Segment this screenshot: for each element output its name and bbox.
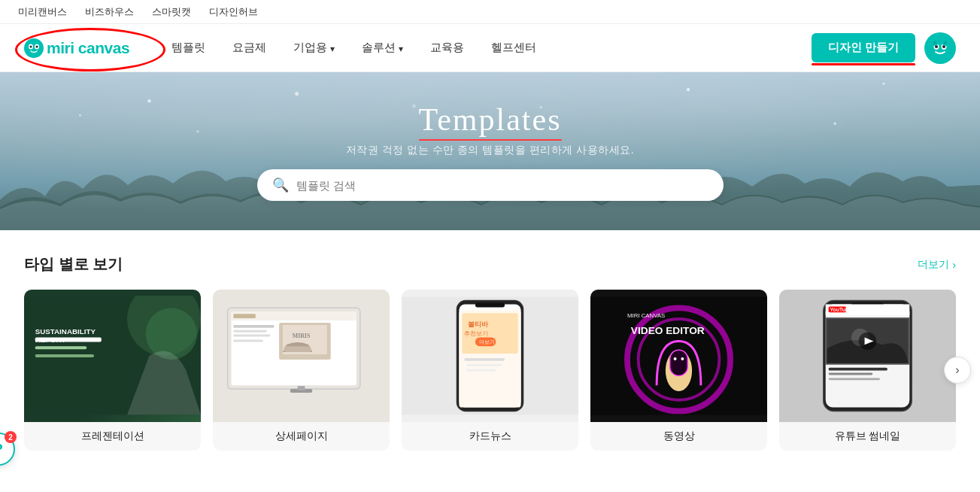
nav-education[interactable]: 교육용 (418, 35, 476, 61)
topbar-item-miricanas[interactable]: 미리캔버스 (18, 5, 67, 19)
section-title: 타입 별로 보기 (24, 254, 123, 275)
topbar-item-smartcat[interactable]: 스마릿캣 (152, 5, 191, 19)
carousel-next-button[interactable]: › (944, 357, 971, 384)
create-design-button[interactable]: 디자인 만들기 (812, 33, 915, 62)
svg-text:VIDEO EDITOR: VIDEO EDITOR (631, 325, 705, 336)
card-youtube-label: 유튜브 썸네일 (779, 422, 956, 451)
svg-rect-33 (233, 330, 266, 333)
svg-point-14 (933, 41, 936, 44)
section-header: 타입 별로 보기 더보기 › (24, 254, 956, 275)
svg-rect-71 (829, 368, 887, 371)
nav-solution[interactable]: 솔루션 ▾ (350, 35, 415, 61)
svg-point-15 (944, 41, 947, 44)
chevron-down-icon: ▾ (330, 44, 335, 54)
svg-text:볼티바: 볼티바 (468, 320, 489, 328)
more-button[interactable]: 더보기 › (918, 258, 956, 272)
hero-search-bar[interactable]: 🔍 (257, 169, 724, 201)
svg-point-56 (674, 357, 677, 360)
logo-wrap[interactable]: miri canvas (24, 38, 129, 58)
svg-text:YouTube: YouTube (830, 307, 851, 312)
cards-row: SUSTAINABILITY REPORT 프레젠테이션 (24, 290, 956, 451)
svg-rect-35 (233, 340, 262, 342)
svg-text:MIRIS: MIRIS (293, 333, 311, 340)
svg-rect-72 (829, 373, 873, 375)
chevron-right-icon: › (955, 363, 959, 377)
svg-rect-21 (35, 354, 94, 357)
svg-point-3 (30, 45, 32, 47)
chevron-down-icon: ▾ (399, 44, 403, 54)
logo-text-label: miri canvas (47, 39, 129, 57)
svg-text:REPORT: REPORT (35, 336, 66, 345)
nav-links: 템플릿 요금제 기업용 ▾ 솔루션 ▾ 교육용 헬프센터 (159, 35, 812, 61)
top-bar: 미리캔버스 비즈하우스 스마릿캣 디자인허브 (0, 0, 980, 24)
svg-rect-55 (670, 350, 688, 375)
card-presentation-image: SUSTAINABILITY REPORT (24, 290, 201, 422)
card-cardnews-label: 카드뉴스 (402, 422, 578, 451)
card-detail-image: MIRIS (213, 290, 390, 422)
svg-point-4 (36, 45, 38, 47)
hero-subtitle: 저작권 걱정 없는 수만 종의 템플릿을 편리하게 사용하세요. (346, 144, 634, 157)
svg-rect-73 (829, 378, 881, 381)
nav-pricing[interactable]: 요금제 (220, 35, 278, 61)
card-cardnews[interactable]: 볼티바 추천보기 더보기 카드뉴스 (402, 290, 578, 451)
card-presentation[interactable]: SUSTAINABILITY REPORT 프레젠테이션 (24, 290, 201, 451)
cta-underline-annotation (812, 63, 915, 65)
card-youtube-image: YouTube (779, 290, 956, 422)
hero-title: Templates (419, 102, 562, 138)
card-video[interactable]: MIRI CANVAS VIDEO EDITOR 동영상 (590, 290, 767, 451)
card-youtube[interactable]: YouTube 유튜브 썸네일 (779, 290, 956, 451)
nav-actions: 디자인 만들기 (812, 32, 956, 64)
svg-rect-41 (475, 303, 505, 308)
logo-frog-icon (24, 38, 44, 58)
topbar-item-bizhaus[interactable]: 비즈하우스 (85, 5, 134, 19)
card-cardnews-image: 볼티바 추천보기 더보기 (402, 290, 578, 422)
logo[interactable]: miri canvas (24, 38, 129, 58)
svg-point-18 (146, 308, 198, 360)
svg-point-5 (928, 36, 952, 60)
svg-rect-50 (466, 369, 496, 372)
svg-rect-34 (233, 335, 270, 337)
svg-rect-49 (466, 364, 502, 366)
hero-content: Templates 저작권 걱정 없는 수만 종의 템플릿을 편리하게 사용하세… (0, 102, 980, 201)
svg-text:MIRI CANVAS: MIRI CANVAS (627, 312, 665, 319)
svg-text:더보기: 더보기 (479, 339, 495, 345)
chevron-right-icon: › (952, 259, 956, 271)
svg-point-57 (681, 357, 684, 360)
svg-rect-20 (35, 346, 87, 349)
nav-enterprise[interactable]: 기업용 ▾ (281, 35, 347, 61)
svg-rect-32 (233, 325, 274, 328)
card-detail-label: 상세페이지 (213, 422, 390, 451)
hero-title-underline (419, 139, 562, 141)
card-detail[interactable]: MIRIS 상세페이지 (213, 290, 390, 451)
nav-help[interactable]: 헬프센터 (479, 35, 548, 61)
question-icon: ? (0, 441, 3, 458)
help-button[interactable]: ? 2 (0, 433, 15, 466)
svg-point-0 (24, 38, 44, 58)
card-presentation-label: 프레젠테이션 (24, 422, 201, 451)
topbar-item-designhub[interactable]: 디자인허브 (209, 5, 258, 19)
svg-rect-30 (284, 346, 311, 352)
hero-section: ● ● ● ● ● ● ● ● ● Templates 저작권 걱정 없는 수만… (0, 72, 980, 230)
card-video-image: MIRI CANVAS VIDEO EDITOR (590, 290, 767, 422)
svg-rect-27 (233, 314, 255, 318)
avatar[interactable] (924, 32, 956, 64)
svg-rect-37 (298, 386, 305, 390)
search-input[interactable] (296, 179, 708, 192)
svg-text:추천보기: 추천보기 (464, 330, 488, 337)
type-section: 타입 별로 보기 더보기 › SUSTAINABI (0, 230, 980, 451)
search-icon: 🔍 (272, 177, 289, 193)
svg-rect-48 (464, 358, 505, 361)
svg-text:SUSTAINABILITY: SUSTAINABILITY (35, 327, 96, 336)
card-video-label: 동영상 (590, 422, 767, 451)
nav-templates[interactable]: 템플릿 (159, 35, 217, 61)
main-nav: miri canvas 템플릿 요금제 기업용 ▾ 솔루션 ▾ 교육용 헬프센터… (0, 24, 980, 72)
